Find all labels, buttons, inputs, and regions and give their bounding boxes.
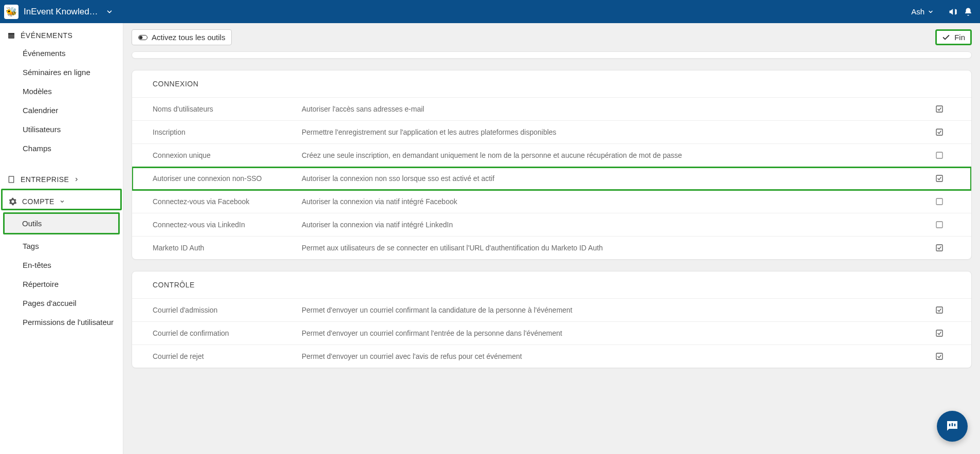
setting-description: Permet d'envoyer un courriel confirmant …: [297, 299, 930, 322]
sidebar-item-tools[interactable]: Outils: [3, 212, 120, 234]
chevron-down-icon: [60, 199, 65, 204]
setting-name: Courriel de confirmation: [132, 322, 297, 345]
setting-name: Marketo ID Auth: [132, 237, 297, 260]
main-content: Activez tous les outils Fin CONNEXION No…: [123, 23, 980, 454]
intercom-launcher[interactable]: [937, 411, 968, 442]
svg-rect-12: [936, 175, 942, 181]
announcement-icon[interactable]: [948, 7, 958, 17]
setting-description: Autoriser l'accès sans adresses e-mail: [297, 98, 930, 121]
setting-name: Autoriser une connexion non-SSO: [132, 167, 297, 190]
sidebar-item-calendar[interactable]: Calendrier: [0, 101, 123, 120]
gear-icon: [9, 197, 17, 206]
page-toolbar: Activez tous les outils Fin: [132, 23, 972, 51]
setting-description: Permettre l'enregistrement sur l'applica…: [297, 121, 930, 144]
sidebar-section-label: ENTREPRISE: [21, 175, 69, 184]
chevron-down-icon[interactable]: [106, 8, 113, 15]
table-row: Noms d'utilisateursAutoriser l'accès san…: [132, 98, 971, 121]
chevron-right-icon: [74, 177, 79, 182]
calendar-icon: [7, 31, 15, 40]
setting-name: Inscription: [132, 121, 297, 144]
building-icon: [7, 175, 15, 184]
sidebar-item-directory[interactable]: Répertoire: [0, 275, 123, 294]
sidebar-item-landing-pages[interactable]: Pages d'accueil: [0, 294, 123, 313]
setting-name: Connectez-vous via Facebook: [132, 190, 297, 213]
panel-title: CONTRÔLE: [132, 271, 971, 298]
user-name: Ash: [911, 7, 924, 16]
setting-name: Connectez-vous via LinkedIn: [132, 213, 297, 237]
setting-checkbox[interactable]: [930, 345, 971, 368]
table-row: Courriel d'admissionPermet d'envoyer un …: [132, 299, 971, 322]
app-title[interactable]: InEvent Knowledge …: [24, 7, 101, 17]
sidebar-item-users[interactable]: Utilisateurs: [0, 120, 123, 139]
setting-name: Courriel d'admission: [132, 299, 297, 322]
settings-table: Noms d'utilisateursAutoriser l'accès san…: [132, 97, 971, 259]
activate-all-tools-button[interactable]: Activez tous les outils: [132, 29, 232, 45]
setting-name: Courriel de rejet: [132, 345, 297, 368]
setting-description: Permet d'envoyer un courriel avec l'avis…: [297, 345, 930, 368]
setting-description: Autoriser la connexion via natif intégré…: [297, 213, 930, 237]
sidebar-item-tags[interactable]: Tags: [0, 237, 123, 256]
sidebar-section-company[interactable]: ENTREPRISE: [0, 167, 123, 188]
setting-checkbox[interactable]: [930, 167, 971, 190]
svg-rect-20: [952, 423, 953, 426]
chevron-down-icon: [928, 9, 934, 15]
svg-rect-2: [9, 176, 13, 183]
setting-description: Autoriser la connexion via natif intégré…: [297, 190, 930, 213]
user-menu[interactable]: Ash: [911, 7, 934, 16]
table-row: Connexion uniqueCréez une seule inscript…: [132, 144, 971, 167]
sidebar-section-events[interactable]: ÉVÉNEMENTS: [0, 23, 123, 44]
svg-rect-21: [954, 424, 956, 426]
svg-rect-13: [936, 198, 942, 205]
svg-rect-11: [936, 152, 942, 158]
finish-button[interactable]: Fin: [935, 29, 972, 45]
app-logo[interactable]: 🐝: [4, 5, 19, 19]
svg-rect-10: [936, 129, 942, 135]
sidebar-section-label: ÉVÉNEMENTS: [21, 31, 72, 40]
button-label: Fin: [954, 33, 965, 42]
sidebar-item-headers[interactable]: En-têtes: [0, 256, 123, 275]
setting-checkbox[interactable]: [930, 190, 971, 213]
svg-rect-15: [936, 245, 942, 251]
topbar: 🐝 InEvent Knowledge … Ash: [0, 0, 980, 23]
setting-description: Autoriser la connexion non sso lorsque s…: [297, 167, 930, 190]
setting-description: Permet d'envoyer un courriel confirmant …: [297, 322, 930, 345]
setting-checkbox[interactable]: [930, 237, 971, 260]
setting-checkbox[interactable]: [930, 213, 971, 237]
table-row: Autoriser une connexion non-SSOAutoriser…: [132, 167, 971, 190]
setting-description: Créez une seule inscription, en demandan…: [297, 144, 930, 167]
svg-rect-19: [949, 424, 951, 426]
table-row: Connectez-vous via FacebookAutoriser la …: [132, 190, 971, 213]
sidebar-item-templates[interactable]: Modèles: [0, 82, 123, 101]
setting-checkbox[interactable]: [930, 121, 971, 144]
sidebar: ÉVÉNEMENTS Événements Séminaires en lign…: [0, 23, 123, 454]
svg-rect-9: [936, 106, 942, 112]
table-row: Courriel de confirmationPermet d'envoyer…: [132, 322, 971, 345]
sidebar-section-label: COMPTE: [22, 197, 54, 206]
setting-name: Noms d'utilisateurs: [132, 98, 297, 121]
setting-checkbox[interactable]: [930, 98, 971, 121]
sidebar-item-events[interactable]: Événements: [0, 44, 123, 63]
svg-rect-17: [936, 330, 942, 336]
settings-panel-controle: CONTRÔLE Courriel d'admissionPermet d'en…: [132, 271, 972, 368]
bell-icon[interactable]: [964, 7, 973, 16]
button-label: Activez tous les outils: [152, 33, 225, 42]
sidebar-item-webinars[interactable]: Séminaires en ligne: [0, 63, 123, 82]
setting-checkbox[interactable]: [930, 299, 971, 322]
svg-rect-18: [936, 353, 942, 359]
table-row: Marketo ID AuthPermet aux utilisateurs d…: [132, 237, 971, 260]
settings-panel-connexion: CONNEXION Noms d'utilisateursAutoriser l…: [132, 70, 972, 260]
panel-title: CONNEXION: [132, 70, 971, 97]
toggle-icon: [138, 34, 147, 41]
panel-cutoff-top: [132, 51, 972, 59]
table-row: InscriptionPermettre l'enregistrement su…: [132, 121, 971, 144]
check-icon: [942, 33, 950, 42]
setting-checkbox[interactable]: [930, 144, 971, 167]
table-row: Connectez-vous via LinkedInAutoriser la …: [132, 213, 971, 237]
sidebar-item-fields[interactable]: Champs: [0, 139, 123, 158]
sidebar-item-user-permissions[interactable]: Permissions de l'utilisateur: [0, 313, 123, 332]
svg-point-8: [139, 36, 142, 39]
setting-checkbox[interactable]: [930, 322, 971, 345]
setting-description: Permet aux utilisateurs de se connecter …: [297, 237, 930, 260]
sidebar-section-account[interactable]: COMPTE: [1, 189, 122, 210]
svg-rect-16: [936, 307, 942, 313]
